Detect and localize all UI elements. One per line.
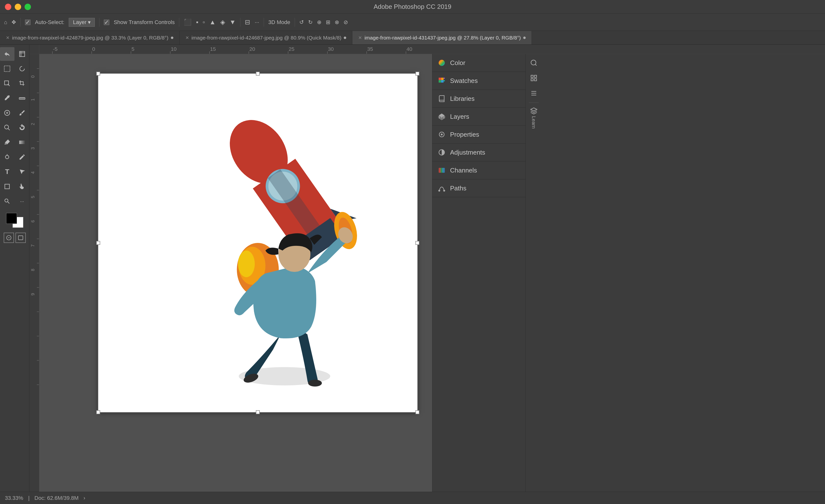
transform-icon[interactable]: ⊞ [326, 19, 330, 25]
clone-stamp-tool[interactable] [0, 121, 14, 135]
align-bottom-icon[interactable]: ▼ [230, 18, 236, 26]
gradient-tool[interactable] [15, 136, 29, 149]
auto-select-checkbox[interactable]: ✓ [25, 20, 30, 25]
more-options-icon[interactable]: ··· [254, 19, 259, 25]
libraries-panel-row[interactable]: Libraries [432, 90, 525, 107]
3d-mode-label[interactable]: 3D Mode [269, 19, 290, 25]
layers-panel-row[interactable]: Layers [432, 108, 525, 125]
marquee-tool[interactable] [0, 62, 14, 76]
artboard-tool[interactable] [15, 47, 29, 61]
object-select-tool[interactable] [0, 77, 14, 90]
align-right-icon[interactable]: ▫ [203, 18, 205, 26]
statusbar-arrow[interactable]: › [83, 495, 85, 501]
toolbar-divider-6 [295, 18, 295, 27]
panels-panel-button[interactable] [527, 86, 541, 100]
adjustments-panel-icon [437, 148, 446, 157]
document-canvas [98, 74, 418, 412]
crop-tool[interactable] [15, 77, 29, 90]
learn-panel-button[interactable]: Learn [530, 107, 537, 129]
svg-point-100 [439, 190, 440, 191]
toolbar: ⌂ ✥ ✓ Auto-Select: Layer ▾ ✓ Show Transf… [0, 14, 825, 31]
tab-2[interactable]: ✕ image-from-rawpixel-id-424687-jpeg.jpg… [179, 31, 353, 45]
transform-handle-tr[interactable] [416, 72, 420, 76]
history-brush-tool[interactable] [15, 121, 29, 135]
transform-handle-mr[interactable] [416, 241, 420, 245]
swatches-panel-row[interactable]: Swatches [432, 72, 525, 90]
artwork-svg [130, 91, 385, 395]
search-panel-button[interactable] [527, 56, 541, 70]
transform-handle-bl[interactable] [96, 410, 100, 414]
healing-tool[interactable] [0, 106, 14, 120]
ruler-tool[interactable] [15, 91, 29, 105]
move-tool[interactable] [0, 47, 14, 61]
tab-1-close[interactable]: ✕ [6, 35, 10, 40]
channels-panel-section: Channels [432, 161, 525, 179]
tab-2-close[interactable]: ✕ [185, 35, 189, 40]
canvas-area[interactable] [39, 54, 432, 492]
zoom-tool[interactable] [0, 194, 14, 208]
transform-handle-ml[interactable] [96, 241, 100, 245]
redo-icon[interactable]: ↻ [308, 19, 313, 25]
close-button[interactable] [5, 4, 11, 10]
minimize-button[interactable] [15, 4, 21, 10]
arrange-icon[interactable]: ⊗ [335, 19, 339, 25]
ruler-horizontal: -5 0 5 10 15 20 25 30 [39, 45, 825, 54]
adjustments-panel-row[interactable]: Adjustments [432, 144, 525, 161]
move-tool-button[interactable]: ✥ [11, 19, 16, 25]
svg-text:2: 2 [30, 123, 35, 125]
align-icon[interactable]: ⊕ [317, 19, 321, 25]
distribute-icons[interactable]: ⊟ [245, 18, 250, 26]
align-center-v-icon[interactable]: ◈ [220, 18, 225, 26]
toolbar-divider-1 [20, 18, 21, 27]
text-tool[interactable]: T [0, 165, 14, 179]
color-panel-row[interactable]: Color [432, 54, 525, 72]
brush-tool[interactable] [15, 106, 29, 120]
quick-mask-icon[interactable] [4, 233, 14, 243]
doc-info: Doc: 62.6M/39.8M [34, 495, 79, 501]
undo-icon[interactable]: ↺ [299, 19, 304, 25]
layout-panel-button[interactable] [527, 71, 541, 85]
transform-handle-tc[interactable] [256, 72, 260, 76]
shape-tool[interactable] [0, 180, 14, 193]
show-transform-checkbox[interactable]: ✓ [104, 20, 109, 25]
align-center-h-icon[interactable]: ▪ [196, 18, 198, 26]
align-top-icon[interactable]: ▲ [210, 18, 216, 26]
align-left-icon[interactable]: ⬛ [184, 18, 192, 26]
home-button[interactable]: ⌂ [4, 19, 7, 25]
path-selection-tool[interactable] [15, 165, 29, 179]
tab-3[interactable]: ✕ image-from-rawpixel-id-431437-jpeg.jpg… [352, 31, 532, 45]
statusbar: 33.33% | Doc: 62.6M/39.8M › [0, 492, 825, 504]
dodge-tool[interactable] [0, 150, 14, 164]
transform-handle-br[interactable] [416, 410, 420, 414]
svg-rect-3 [4, 66, 10, 71]
channels-panel-row[interactable]: Channels [432, 161, 525, 179]
foreground-color-swatch[interactable] [6, 213, 17, 224]
svg-text:10: 10 [171, 47, 176, 52]
extra-tools[interactable]: ··· [15, 194, 29, 208]
svg-rect-104 [534, 75, 536, 78]
paths-label: Paths [450, 184, 466, 192]
libraries-panel-icon [437, 94, 446, 103]
svg-rect-90 [444, 80, 445, 81]
properties-panel-row[interactable]: Properties [432, 125, 525, 143]
svg-text:1: 1 [30, 98, 35, 101]
tab-1[interactable]: ✕ image-from-rawpixel-id-424879-jpeg.jpg… [0, 31, 179, 45]
hand-tool[interactable] [15, 180, 29, 193]
maximize-button[interactable] [24, 4, 31, 10]
svg-text:-5: -5 [53, 47, 58, 52]
svg-text:30: 30 [328, 47, 334, 52]
eyedropper-tool[interactable] [0, 91, 14, 105]
tool-row-1 [0, 47, 29, 61]
layer-dropdown[interactable]: Layer ▾ [69, 18, 95, 27]
pen-tool[interactable] [15, 150, 29, 164]
tab-3-close[interactable]: ✕ [358, 35, 362, 40]
screen-mode-icon[interactable] [15, 233, 26, 243]
transform-handle-tl[interactable] [96, 72, 100, 76]
panel-icons-bar: Learn [525, 54, 542, 492]
filter-icon[interactable]: ⊘ [344, 19, 348, 25]
lasso-tool[interactable] [15, 62, 29, 76]
paths-panel-row[interactable]: Paths [432, 179, 525, 197]
eraser-tool[interactable] [0, 136, 14, 149]
transform-handle-bc[interactable] [256, 410, 260, 414]
tool-row-4 [0, 91, 29, 105]
